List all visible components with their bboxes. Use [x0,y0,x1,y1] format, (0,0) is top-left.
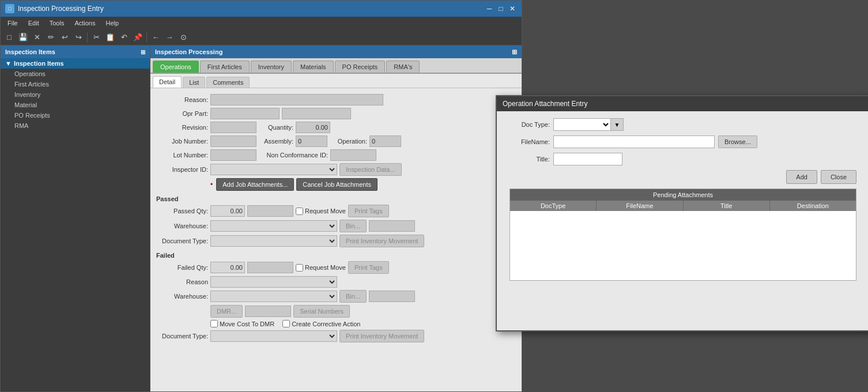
request-move-passed-checkbox[interactable] [296,208,303,215]
serial-numbers-button[interactable]: Serial Numbers [293,305,350,318]
failed-qty-extra-input[interactable] [247,262,293,273]
passed-warehouse-select[interactable] [210,220,337,232]
print-tags-failed-button[interactable]: Print Tags [348,261,389,274]
dialog-doctype-label: Doc Type: [504,121,550,128]
job-number-label: Job Number: [156,138,208,145]
assembly-input[interactable] [296,135,327,147]
sub-tab-comments[interactable]: Comments [206,77,250,88]
minimize-button[interactable]: ─ [485,4,494,13]
sidebar-item-po-receipts[interactable]: PO Receipts [1,110,150,120]
menu-file[interactable]: File [3,17,22,29]
revision-row: Revision: Quantity: [156,122,516,133]
tool-refresh[interactable]: ⊙ [177,31,190,44]
failed-qty-input[interactable] [210,262,245,273]
sub-tab-detail[interactable]: Detail [153,76,182,88]
toolbar-separator-2 [146,32,147,43]
menu-edit[interactable]: Edit [24,17,44,29]
add-job-attachments-button[interactable]: Add Job Attachments... [216,178,294,191]
operation-input[interactable] [369,135,401,147]
dialog-doctype-select[interactable] [553,118,611,131]
window-title: Inspection Processing Entry [18,5,104,13]
tool-delete[interactable]: ✕ [31,31,43,44]
bin-failed-button[interactable]: Bin... [339,290,367,303]
quantity-label: Quantity: [259,124,293,131]
create-corrective-action-checkbox[interactable] [282,320,290,327]
left-panel-pin[interactable]: ⊞ [141,49,145,55]
passed-qty-input[interactable] [210,205,245,217]
sidebar-item-first-articles[interactable]: First Articles [1,79,150,89]
failed-reason-select[interactable] [210,276,337,288]
right-panel: Inspection Processing ⊞ Operations First… [150,46,522,391]
sidebar-item-inventory[interactable]: Inventory [1,89,150,100]
passed-qty-extra-input[interactable] [247,205,293,217]
tool-undo[interactable]: ↩ [58,31,71,44]
tool-back[interactable]: ↶ [118,31,130,44]
tool-save[interactable]: 💾 [17,31,29,44]
close-button[interactable]: ✕ [508,4,517,13]
menu-tools[interactable]: Tools [45,17,69,29]
request-move-failed-checkbox[interactable] [296,264,303,272]
bin-passed-button[interactable]: Bin... [339,220,367,232]
menu-actions[interactable]: Actions [70,17,100,29]
tab-po-receipts[interactable]: PO Receipts [335,61,386,73]
tab-rmas[interactable]: RMA's [386,61,420,73]
failed-bin-input[interactable] [369,291,415,302]
dmr-extra-input[interactable] [245,306,291,317]
tab-operations[interactable]: Operations [153,61,199,73]
tab-inventory[interactable]: Inventory [251,61,292,73]
reason-input[interactable] [210,94,383,105]
failed-reason-label: Reason [156,278,208,285]
tool-new[interactable]: □ [3,31,16,44]
failed-warehouse-select[interactable] [210,291,337,302]
menu-help[interactable]: Help [101,17,123,29]
opr-part-input[interactable] [210,108,280,119]
inspector-select[interactable] [210,164,337,175]
passed-doctype-row: Document Type: Print Inventory Movement [156,235,516,247]
passed-doctype-select[interactable] [210,235,337,247]
right-panel-title: Inspection Processing [155,48,222,55]
tool-redo[interactable]: ↪ [72,31,85,44]
passed-bin-input[interactable] [369,220,415,232]
passed-warehouse-label: Warehouse: [156,223,208,229]
inspection-data-button[interactable]: Inspection Data... [339,163,402,176]
sidebar-item-rma[interactable]: RMA [1,120,150,131]
tab-first-articles[interactable]: First Articles [200,61,250,73]
dialog-title-label: Title: [504,156,550,163]
tool-edit[interactable]: ✏ [44,31,57,44]
dmr-button[interactable]: DMR... [210,305,243,318]
lot-number-input[interactable] [210,149,256,161]
tool-pin[interactable]: 📌 [131,31,144,44]
tool-cut[interactable]: ✂ [90,31,103,44]
job-number-input[interactable] [210,135,256,147]
print-inventory-failed-button[interactable]: Print Inventory Movement [339,330,424,342]
col-filename: FileName [597,201,683,211]
dialog-title-row: Title: [504,153,862,165]
sidebar-item-inspection-items[interactable]: ▼ Inspection Items [1,58,150,69]
maximize-button[interactable]: □ [496,4,505,13]
sidebar-item-material[interactable]: Material [1,100,150,110]
failed-doctype-select[interactable] [210,330,337,342]
browse-button[interactable]: Browse... [718,135,757,148]
quantity-input[interactable] [296,122,330,133]
print-tags-passed-button[interactable]: Print Tags [348,205,389,217]
failed-warehouse-label: Warehouse: [156,293,208,300]
add-button[interactable]: Add [786,170,817,184]
dialog-doctype-dropdown-btn[interactable]: ▼ [611,118,624,131]
non-conformance-input[interactable] [330,149,376,161]
sub-tab-list[interactable]: List [183,77,205,88]
revision-input[interactable] [210,122,256,133]
tab-materials[interactable]: Materials [293,61,334,73]
print-inventory-passed-button[interactable]: Print Inventory Movement [339,235,424,247]
sidebar-item-operations[interactable]: Operations [1,69,150,79]
tool-next[interactable]: → [163,31,176,44]
right-panel-pin[interactable]: ⊞ [512,48,517,56]
tool-paste[interactable]: 📋 [104,31,116,44]
close-button[interactable]: Close [821,170,856,184]
tool-prev[interactable]: ← [149,31,162,44]
title-bar: □ Inspection Processing Entry ─ □ ✕ [1,1,522,17]
move-cost-dmr-checkbox[interactable] [210,320,218,327]
dialog-filename-input[interactable] [553,135,715,148]
dialog-title-input[interactable] [553,153,622,165]
opr-part-desc-input[interactable] [282,108,351,119]
cancel-job-attachments-button[interactable]: Cancel Job Attachments [296,178,378,191]
